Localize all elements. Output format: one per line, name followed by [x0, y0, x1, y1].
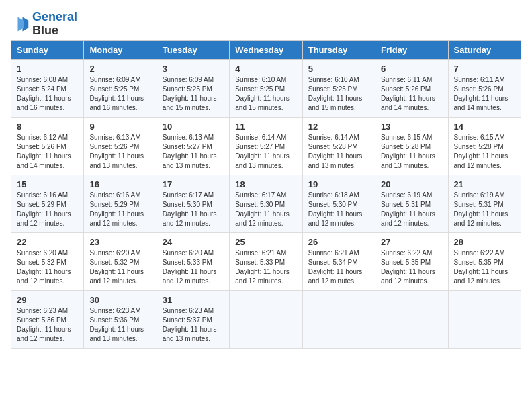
cell-content: Sunrise: 6:13 AM Sunset: 5:26 PM Dayligh… — [89, 133, 150, 171]
day-number: 14 — [454, 122, 515, 132]
cell-content: Sunrise: 6:15 AM Sunset: 5:28 PM Dayligh… — [454, 133, 515, 171]
day-number: 17 — [163, 179, 224, 189]
cell-content: Sunrise: 6:14 AM Sunset: 5:27 PM Dayligh… — [235, 133, 296, 171]
calendar-week-row: 15 Sunrise: 6:16 AM Sunset: 5:29 PM Dayl… — [11, 175, 521, 232]
calendar-cell — [375, 290, 448, 348]
cell-content: Sunrise: 6:22 AM Sunset: 5:35 PM Dayligh… — [454, 248, 515, 286]
calendar-cell: 13 Sunrise: 6:15 AM Sunset: 5:28 PM Dayl… — [375, 117, 448, 175]
cell-content: Sunrise: 6:19 AM Sunset: 5:31 PM Dayligh… — [454, 191, 515, 228]
day-number: 2 — [89, 64, 150, 74]
cell-content: Sunrise: 6:09 AM Sunset: 5:25 PM Dayligh… — [89, 75, 150, 113]
calendar-cell: 5 Sunrise: 6:10 AM Sunset: 5:25 PM Dayli… — [302, 59, 375, 117]
calendar-cell: 16 Sunrise: 6:16 AM Sunset: 5:29 PM Dayl… — [84, 175, 157, 232]
logo: GeneralBlue — [11, 11, 77, 38]
cell-content: Sunrise: 6:10 AM Sunset: 5:25 PM Dayligh… — [308, 75, 369, 113]
calendar-cell: 19 Sunrise: 6:18 AM Sunset: 5:30 PM Dayl… — [302, 175, 375, 232]
day-number: 23 — [89, 237, 150, 247]
calendar-cell: 18 Sunrise: 6:17 AM Sunset: 5:30 PM Dayl… — [230, 175, 302, 232]
cell-content: Sunrise: 6:17 AM Sunset: 5:30 PM Dayligh… — [163, 191, 224, 228]
logo-text: GeneralBlue — [32, 11, 77, 38]
calendar-week-row: 29 Sunrise: 6:23 AM Sunset: 5:36 PM Dayl… — [11, 290, 521, 348]
cell-content: Sunrise: 6:20 AM Sunset: 5:33 PM Dayligh… — [163, 248, 224, 286]
calendar-cell: 27 Sunrise: 6:22 AM Sunset: 5:35 PM Dayl… — [375, 232, 448, 290]
day-number: 10 — [163, 122, 224, 132]
calendar-cell: 3 Sunrise: 6:09 AM Sunset: 5:25 PM Dayli… — [157, 59, 229, 117]
day-number: 25 — [235, 237, 296, 247]
calendar-cell: 12 Sunrise: 6:14 AM Sunset: 5:28 PM Dayl… — [302, 117, 375, 175]
calendar-cell — [302, 290, 375, 348]
cell-content: Sunrise: 6:21 AM Sunset: 5:33 PM Dayligh… — [235, 248, 296, 286]
cell-content: Sunrise: 6:16 AM Sunset: 5:29 PM Dayligh… — [17, 191, 78, 228]
calendar-cell: 14 Sunrise: 6:15 AM Sunset: 5:28 PM Dayl… — [448, 117, 521, 175]
calendar-cell: 7 Sunrise: 6:11 AM Sunset: 5:26 PM Dayli… — [448, 59, 521, 117]
day-number: 8 — [17, 122, 78, 132]
cell-content: Sunrise: 6:09 AM Sunset: 5:25 PM Dayligh… — [163, 75, 224, 113]
calendar-cell: 28 Sunrise: 6:22 AM Sunset: 5:35 PM Dayl… — [448, 232, 521, 290]
calendar-cell: 2 Sunrise: 6:09 AM Sunset: 5:25 PM Dayli… — [84, 59, 157, 117]
cell-content: Sunrise: 6:12 AM Sunset: 5:26 PM Dayligh… — [17, 133, 78, 171]
day-number: 24 — [163, 237, 224, 247]
calendar-cell: 6 Sunrise: 6:11 AM Sunset: 5:26 PM Dayli… — [375, 59, 448, 117]
calendar-cell: 10 Sunrise: 6:13 AM Sunset: 5:27 PM Dayl… — [157, 117, 229, 175]
day-number: 29 — [17, 295, 78, 305]
cell-content: Sunrise: 6:11 AM Sunset: 5:26 PM Dayligh… — [381, 75, 442, 113]
col-header-tuesday: Tuesday — [157, 40, 229, 59]
day-number: 16 — [89, 179, 150, 189]
day-number: 12 — [308, 122, 369, 132]
calendar-cell: 29 Sunrise: 6:23 AM Sunset: 5:36 PM Dayl… — [11, 290, 84, 348]
calendar-cell: 8 Sunrise: 6:12 AM Sunset: 5:26 PM Dayli… — [11, 117, 84, 175]
cell-content: Sunrise: 6:23 AM Sunset: 5:36 PM Dayligh… — [17, 306, 78, 344]
calendar-cell — [230, 290, 302, 348]
day-number: 15 — [17, 179, 78, 189]
cell-content: Sunrise: 6:19 AM Sunset: 5:31 PM Dayligh… — [381, 191, 442, 228]
calendar-cell: 15 Sunrise: 6:16 AM Sunset: 5:29 PM Dayl… — [11, 175, 84, 232]
day-number: 30 — [89, 295, 150, 305]
calendar-cell: 22 Sunrise: 6:20 AM Sunset: 5:32 PM Dayl… — [11, 232, 84, 290]
calendar-body: 1 Sunrise: 6:08 AM Sunset: 5:24 PM Dayli… — [11, 59, 521, 348]
cell-content: Sunrise: 6:23 AM Sunset: 5:37 PM Dayligh… — [163, 306, 224, 344]
day-number: 20 — [381, 179, 442, 189]
day-number: 22 — [17, 237, 78, 247]
calendar-cell: 11 Sunrise: 6:14 AM Sunset: 5:27 PM Dayl… — [230, 117, 302, 175]
col-header-sunday: Sunday — [11, 40, 84, 59]
cell-content: Sunrise: 6:10 AM Sunset: 5:25 PM Dayligh… — [235, 75, 296, 113]
cell-content: Sunrise: 6:22 AM Sunset: 5:35 PM Dayligh… — [381, 248, 442, 286]
cell-content: Sunrise: 6:23 AM Sunset: 5:36 PM Dayligh… — [89, 306, 150, 344]
day-number: 5 — [308, 64, 369, 74]
day-number: 13 — [381, 122, 442, 132]
day-number: 18 — [235, 179, 296, 189]
col-header-wednesday: Wednesday — [230, 40, 302, 59]
page-header: GeneralBlue — [11, 11, 521, 38]
cell-content: Sunrise: 6:11 AM Sunset: 5:26 PM Dayligh… — [454, 75, 515, 113]
calendar-cell: 24 Sunrise: 6:20 AM Sunset: 5:33 PM Dayl… — [157, 232, 229, 290]
day-number: 7 — [454, 64, 515, 74]
cell-content: Sunrise: 6:16 AM Sunset: 5:29 PM Dayligh… — [89, 191, 150, 228]
day-number: 3 — [163, 64, 224, 74]
col-header-thursday: Thursday — [302, 40, 375, 59]
col-header-friday: Friday — [375, 40, 448, 59]
calendar-cell: 25 Sunrise: 6:21 AM Sunset: 5:33 PM Dayl… — [230, 232, 302, 290]
calendar-week-row: 22 Sunrise: 6:20 AM Sunset: 5:32 PM Dayl… — [11, 232, 521, 290]
cell-content: Sunrise: 6:15 AM Sunset: 5:28 PM Dayligh… — [381, 133, 442, 171]
col-header-monday: Monday — [84, 40, 157, 59]
calendar-cell: 26 Sunrise: 6:21 AM Sunset: 5:34 PM Dayl… — [302, 232, 375, 290]
day-number: 4 — [235, 64, 296, 74]
day-number: 26 — [308, 237, 369, 247]
col-header-saturday: Saturday — [448, 40, 521, 59]
calendar-week-row: 8 Sunrise: 6:12 AM Sunset: 5:26 PM Dayli… — [11, 117, 521, 175]
day-number: 11 — [235, 122, 296, 132]
day-number: 31 — [163, 295, 224, 305]
calendar-cell: 30 Sunrise: 6:23 AM Sunset: 5:36 PM Dayl… — [84, 290, 157, 348]
calendar-cell: 21 Sunrise: 6:19 AM Sunset: 5:31 PM Dayl… — [448, 175, 521, 232]
day-number: 21 — [454, 179, 515, 189]
day-number: 28 — [454, 237, 515, 247]
calendar-header-row: SundayMondayTuesdayWednesdayThursdayFrid… — [11, 40, 521, 59]
cell-content: Sunrise: 6:14 AM Sunset: 5:28 PM Dayligh… — [308, 133, 369, 171]
calendar-cell: 20 Sunrise: 6:19 AM Sunset: 5:31 PM Dayl… — [375, 175, 448, 232]
calendar-table: SundayMondayTuesdayWednesdayThursdayFrid… — [11, 40, 521, 349]
calendar-week-row: 1 Sunrise: 6:08 AM Sunset: 5:24 PM Dayli… — [11, 59, 521, 117]
calendar-cell: 1 Sunrise: 6:08 AM Sunset: 5:24 PM Dayli… — [11, 59, 84, 117]
cell-content: Sunrise: 6:13 AM Sunset: 5:27 PM Dayligh… — [163, 133, 224, 171]
day-number: 6 — [381, 64, 442, 74]
calendar-cell: 31 Sunrise: 6:23 AM Sunset: 5:37 PM Dayl… — [157, 290, 229, 348]
